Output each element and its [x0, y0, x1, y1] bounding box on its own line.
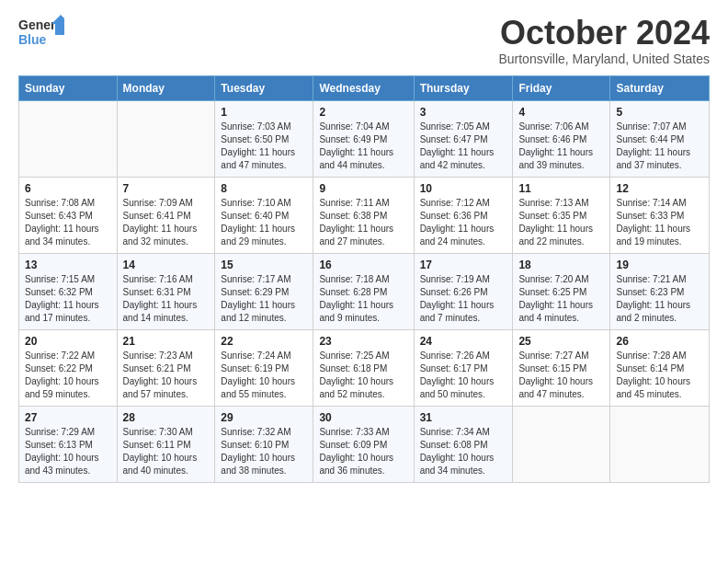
- day-info: Sunrise: 7:18 AMSunset: 6:28 PMDaylight:…: [319, 273, 407, 325]
- day-number: 27: [25, 411, 111, 424]
- day-info: Sunrise: 7:20 AMSunset: 6:25 PMDaylight:…: [518, 273, 604, 325]
- day-number: 12: [616, 182, 703, 195]
- calendar-cell: 11Sunrise: 7:13 AMSunset: 6:35 PMDayligh…: [513, 177, 610, 253]
- logo: General Blue: [18, 15, 64, 48]
- calendar-body: 1Sunrise: 7:03 AMSunset: 6:50 PMDaylight…: [19, 100, 710, 482]
- calendar-cell: 27Sunrise: 7:29 AMSunset: 6:13 PMDayligh…: [19, 406, 118, 482]
- calendar-week-2: 6Sunrise: 7:08 AMSunset: 6:43 PMDaylight…: [19, 177, 710, 253]
- day-number: 1: [221, 106, 307, 119]
- day-info: Sunrise: 7:06 AMSunset: 6:46 PMDaylight:…: [518, 121, 604, 172]
- day-header-tuesday: Tuesday: [215, 75, 313, 100]
- day-info: Sunrise: 7:34 AMSunset: 6:08 PMDaylight:…: [420, 426, 507, 477]
- calendar-cell: 22Sunrise: 7:24 AMSunset: 6:19 PMDayligh…: [215, 329, 313, 406]
- calendar-cell: 15Sunrise: 7:17 AMSunset: 6:29 PMDayligh…: [215, 253, 313, 329]
- calendar-cell: 26Sunrise: 7:28 AMSunset: 6:14 PMDayligh…: [610, 329, 710, 406]
- day-number: 30: [319, 411, 407, 424]
- day-number: 29: [221, 411, 307, 424]
- calendar-week-3: 13Sunrise: 7:15 AMSunset: 6:32 PMDayligh…: [19, 253, 710, 329]
- location-subtitle: Burtonsville, Maryland, United States: [498, 52, 710, 66]
- day-info: Sunrise: 7:11 AMSunset: 6:38 PMDaylight:…: [319, 197, 407, 248]
- day-number: 15: [221, 259, 307, 271]
- day-header-friday: Friday: [513, 75, 610, 100]
- day-number: 2: [319, 106, 407, 119]
- calendar-cell: [117, 100, 215, 177]
- calendar-cell: 10Sunrise: 7:12 AMSunset: 6:36 PMDayligh…: [414, 177, 513, 253]
- day-number: 19: [616, 259, 703, 271]
- day-info: Sunrise: 7:32 AMSunset: 6:10 PMDaylight:…: [221, 426, 307, 477]
- day-info: Sunrise: 7:05 AMSunset: 6:47 PMDaylight:…: [420, 121, 507, 172]
- day-info: Sunrise: 7:29 AMSunset: 6:13 PMDaylight:…: [25, 426, 111, 477]
- calendar-cell: 31Sunrise: 7:34 AMSunset: 6:08 PMDayligh…: [414, 406, 513, 482]
- day-number: 25: [518, 335, 604, 348]
- calendar-cell: 3Sunrise: 7:05 AMSunset: 6:47 PMDaylight…: [414, 100, 513, 177]
- calendar-cell: 8Sunrise: 7:10 AMSunset: 6:40 PMDaylight…: [215, 177, 313, 253]
- calendar-cell: [19, 100, 118, 177]
- day-info: Sunrise: 7:15 AMSunset: 6:32 PMDaylight:…: [25, 273, 111, 325]
- day-header-saturday: Saturday: [610, 75, 710, 100]
- calendar-cell: 24Sunrise: 7:26 AMSunset: 6:17 PMDayligh…: [414, 329, 513, 406]
- day-info: Sunrise: 7:14 AMSunset: 6:33 PMDaylight:…: [616, 197, 703, 248]
- day-number: 28: [123, 411, 210, 424]
- calendar-week-5: 27Sunrise: 7:29 AMSunset: 6:13 PMDayligh…: [19, 406, 710, 482]
- day-number: 18: [518, 259, 604, 271]
- calendar-cell: 2Sunrise: 7:04 AMSunset: 6:49 PMDaylight…: [313, 100, 414, 177]
- day-info: Sunrise: 7:10 AMSunset: 6:40 PMDaylight:…: [221, 197, 307, 248]
- month-title: October 2024: [498, 15, 710, 52]
- calendar-cell: 20Sunrise: 7:22 AMSunset: 6:22 PMDayligh…: [19, 329, 118, 406]
- calendar-cell: 25Sunrise: 7:27 AMSunset: 6:15 PMDayligh…: [513, 329, 610, 406]
- day-info: Sunrise: 7:22 AMSunset: 6:22 PMDaylight:…: [25, 350, 111, 401]
- calendar-cell: 9Sunrise: 7:11 AMSunset: 6:38 PMDaylight…: [313, 177, 414, 253]
- day-number: 23: [319, 335, 407, 348]
- day-header-monday: Monday: [117, 75, 215, 100]
- day-info: Sunrise: 7:24 AMSunset: 6:19 PMDaylight:…: [221, 350, 307, 401]
- day-number: 13: [25, 259, 111, 271]
- calendar-cell: 14Sunrise: 7:16 AMSunset: 6:31 PMDayligh…: [117, 253, 215, 329]
- day-info: Sunrise: 7:33 AMSunset: 6:09 PMDaylight:…: [319, 426, 407, 477]
- calendar-table: SundayMondayTuesdayWednesdayThursdayFrid…: [18, 75, 710, 483]
- day-info: Sunrise: 7:04 AMSunset: 6:49 PMDaylight:…: [319, 121, 407, 172]
- day-info: Sunrise: 7:12 AMSunset: 6:36 PMDaylight:…: [420, 197, 507, 248]
- title-block: October 2024 Burtonsville, Maryland, Uni…: [498, 15, 710, 66]
- calendar-cell: 4Sunrise: 7:06 AMSunset: 6:46 PMDaylight…: [513, 100, 610, 177]
- day-number: 5: [616, 106, 703, 119]
- day-info: Sunrise: 7:08 AMSunset: 6:43 PMDaylight:…: [25, 197, 111, 248]
- calendar-header: SundayMondayTuesdayWednesdayThursdayFrid…: [19, 75, 710, 100]
- day-info: Sunrise: 7:16 AMSunset: 6:31 PMDaylight:…: [123, 273, 210, 325]
- day-info: Sunrise: 7:19 AMSunset: 6:26 PMDaylight:…: [420, 273, 507, 325]
- calendar-cell: 7Sunrise: 7:09 AMSunset: 6:41 PMDaylight…: [117, 177, 215, 253]
- calendar-cell: 12Sunrise: 7:14 AMSunset: 6:33 PMDayligh…: [610, 177, 710, 253]
- day-info: Sunrise: 7:23 AMSunset: 6:21 PMDaylight:…: [123, 350, 210, 401]
- header: General Blue October 2024 Burtonsville, …: [18, 15, 710, 66]
- calendar-cell: 6Sunrise: 7:08 AMSunset: 6:43 PMDaylight…: [19, 177, 118, 253]
- day-info: Sunrise: 7:27 AMSunset: 6:15 PMDaylight:…: [518, 350, 604, 401]
- calendar-cell: 21Sunrise: 7:23 AMSunset: 6:21 PMDayligh…: [117, 329, 215, 406]
- day-number: 22: [221, 335, 307, 348]
- calendar-cell: 13Sunrise: 7:15 AMSunset: 6:32 PMDayligh…: [19, 253, 118, 329]
- day-header-sunday: Sunday: [19, 75, 118, 100]
- calendar-cell: 29Sunrise: 7:32 AMSunset: 6:10 PMDayligh…: [215, 406, 313, 482]
- calendar-cell: 28Sunrise: 7:30 AMSunset: 6:11 PMDayligh…: [117, 406, 215, 482]
- calendar-cell: 1Sunrise: 7:03 AMSunset: 6:50 PMDaylight…: [215, 100, 313, 177]
- calendar-cell: 23Sunrise: 7:25 AMSunset: 6:18 PMDayligh…: [313, 329, 414, 406]
- day-number: 31: [420, 411, 507, 424]
- calendar-cell: 30Sunrise: 7:33 AMSunset: 6:09 PMDayligh…: [313, 406, 414, 482]
- day-info: Sunrise: 7:26 AMSunset: 6:17 PMDaylight:…: [420, 350, 507, 401]
- logo-svg: General Blue: [18, 15, 64, 48]
- day-number: 16: [319, 259, 407, 271]
- day-number: 7: [123, 182, 210, 195]
- calendar-cell: [610, 406, 710, 482]
- day-info: Sunrise: 7:28 AMSunset: 6:14 PMDaylight:…: [616, 350, 703, 401]
- page: General Blue October 2024 Burtonsville, …: [0, 0, 728, 563]
- day-number: 10: [420, 182, 507, 195]
- day-number: 6: [25, 182, 111, 195]
- calendar-cell: [513, 406, 610, 482]
- day-info: Sunrise: 7:30 AMSunset: 6:11 PMDaylight:…: [123, 426, 210, 477]
- day-number: 4: [518, 106, 604, 119]
- day-info: Sunrise: 7:13 AMSunset: 6:35 PMDaylight:…: [518, 197, 604, 248]
- day-info: Sunrise: 7:09 AMSunset: 6:41 PMDaylight:…: [123, 197, 210, 248]
- day-info: Sunrise: 7:21 AMSunset: 6:23 PMDaylight:…: [616, 273, 703, 325]
- calendar-week-1: 1Sunrise: 7:03 AMSunset: 6:50 PMDaylight…: [19, 100, 710, 177]
- day-number: 20: [25, 335, 111, 348]
- calendar-week-4: 20Sunrise: 7:22 AMSunset: 6:22 PMDayligh…: [19, 329, 710, 406]
- day-number: 26: [616, 335, 703, 348]
